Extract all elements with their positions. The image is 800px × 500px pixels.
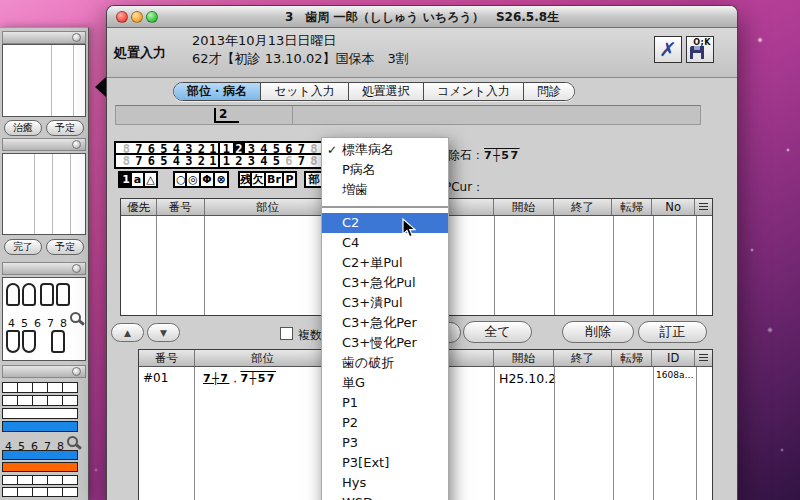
tooth-digit[interactable]: 4 [170,143,183,153]
tooth-digit[interactable]: 8 [308,155,321,167]
tooth-icon[interactable] [40,283,54,306]
part-button-△[interactable]: △ [143,171,158,188]
tooth-icon[interactable] [6,330,20,353]
tooth-digit[interactable]: 4 [170,155,183,167]
column-header-部位[interactable]: 部位 [195,350,332,366]
tooth-digit[interactable]: 5 [270,143,283,153]
chart-panel-knob-icon[interactable] [72,367,81,376]
menu-item-WSD[interactable]: WSD [322,493,448,500]
menu-item-C4[interactable]: C4 [322,233,448,253]
tooth-digit[interactable]: 5 [270,155,283,167]
tab-処置選択[interactable]: 処置選択 [349,83,424,100]
column-header-終了[interactable]: 終了 [554,350,613,366]
revise-button[interactable]: 訂正 [638,321,707,343]
tooth-digit[interactable]: 4 [258,143,271,153]
move-down-button[interactable]: ▼ [147,323,180,342]
tooth-icon[interactable] [22,330,36,353]
tooth-digit[interactable]: 3 [183,155,196,167]
column-header-開始[interactable]: 開始 [494,350,554,366]
tooth-digit[interactable]: 7 [295,155,308,167]
tooth-digit[interactable]: 8 [308,143,321,153]
tooth-digit[interactable]: 5 [158,143,171,153]
part-button-Br[interactable]: Br [264,171,284,188]
column-header-番号[interactable]: 番号 [157,199,205,215]
tooth-digit[interactable]: 7 [295,143,308,153]
drawer-handle-icon[interactable] [95,77,106,97]
column-header-部位[interactable]: 部位 [205,199,332,215]
titlebar[interactable]: 3 歯周 一郎（ししゅう いちろう） S26.5.8生 [107,6,737,28]
tab-セット入力[interactable]: セット入力 [261,83,349,100]
column-header-終了[interactable]: 終了 [554,199,613,215]
ok-save-button[interactable]: O;K [686,36,714,63]
tooth-digit[interactable]: 1 [220,155,233,167]
all-button[interactable]: 全て [463,321,532,343]
menu-item-C3+慢化Per[interactable]: C3+慢化Per [322,333,448,353]
menu-item-C3+急化Pul[interactable]: C3+急化Pul [322,273,448,293]
panel2-knob-icon[interactable] [72,140,81,149]
column-header-転帰[interactable]: 転帰 [612,350,652,366]
close-traffic-light[interactable] [116,11,128,23]
cancel-button[interactable]: ✗ [654,36,682,63]
minimize-traffic-light[interactable] [131,11,143,23]
tooth-digit[interactable]: 7 [133,155,146,167]
tab-部位・病名[interactable]: 部位・病名 [174,83,261,100]
tooth-digit[interactable]: 2 [195,143,208,153]
menu-item-P1[interactable]: P1 [322,393,448,413]
chart-plain-row[interactable] [2,408,78,419]
column-header-転帰[interactable]: 転帰 [612,199,652,215]
menu-item-P3[interactable]: P3 [322,433,448,453]
menu-item-C2+単Pul[interactable]: C2+単Pul [322,253,448,273]
magnifier-icon[interactable] [70,312,81,323]
column-header-No[interactable]: No [652,199,695,215]
tooth-icon[interactable] [51,330,65,353]
menu-item-Hys[interactable]: Hys [322,473,448,493]
tooth-digit[interactable]: 3 [245,143,258,153]
magnifier-icon[interactable] [67,436,78,447]
part-button-⊗[interactable]: ⊗ [213,171,229,188]
tab-コメント入力[interactable]: コメント入力 [424,83,524,100]
tooth-digit[interactable]: 1 [208,155,221,167]
tooth-icon[interactable] [22,283,36,306]
tooth-digit[interactable]: 7 [133,143,146,153]
delete-button[interactable]: 削除 [562,321,634,343]
menu-item-P3[Ext][interactable]: P3[Ext] [322,453,448,473]
teeth-panel-knob-icon[interactable] [72,264,81,273]
tooth-digit[interactable]: 3 [245,155,258,167]
part-field-bar[interactable]: 2 [115,105,701,125]
menu-item-増歯[interactable]: 増歯 [322,180,448,200]
tooth-digit[interactable]: 8 [120,155,133,167]
tooth-digit[interactable]: 6 [283,155,296,167]
sort-column-header[interactable] [695,350,712,366]
menu-item-C2[interactable]: C2 [322,213,448,233]
plan2-button[interactable]: 予定 [46,239,84,255]
panel1-knob-icon[interactable] [72,33,81,42]
tooth-digit[interactable]: 6 [283,143,296,153]
part-button-P[interactable]: P [282,171,297,188]
column-header-開始[interactable]: 開始 [494,199,554,215]
sort-column-header[interactable] [695,199,712,215]
tooth-digit[interactable]: 2 [233,155,246,167]
tooth-digit[interactable]: 2 [195,155,208,167]
done-button[interactable]: 完了 [4,239,42,255]
multi-select-checkbox[interactable] [280,327,293,340]
zoom-traffic-light[interactable] [146,11,158,23]
column-header-番号[interactable]: 番号 [139,350,195,366]
tooth-icon[interactable] [56,283,70,306]
sort-icon[interactable] [699,354,708,362]
tooth-icon[interactable] [6,283,20,306]
menu-item-C3+潰Pul[interactable]: C3+潰Pul [322,293,448,313]
column-header-ID[interactable]: ID [652,350,695,366]
sort-icon[interactable] [699,203,708,211]
tooth-digit[interactable]: 8 [120,143,133,153]
tooth-digit[interactable]: 5 [158,155,171,167]
panel1-list[interactable] [2,44,86,117]
tooth-digit[interactable]: 1 [208,143,221,153]
chart-grid-row[interactable] [2,382,78,393]
menu-item-歯の破折[interactable]: 歯の破折 [322,353,448,373]
menu-item-P病名[interactable]: P病名 [322,160,448,180]
tooth-digit[interactable]: 6 [145,155,158,167]
tooth-digit[interactable]: 4 [258,155,271,167]
chart-grid-row[interactable] [2,487,78,497]
chart-grid-row[interactable] [2,475,78,485]
cure-button[interactable]: 治癒 [4,120,42,136]
